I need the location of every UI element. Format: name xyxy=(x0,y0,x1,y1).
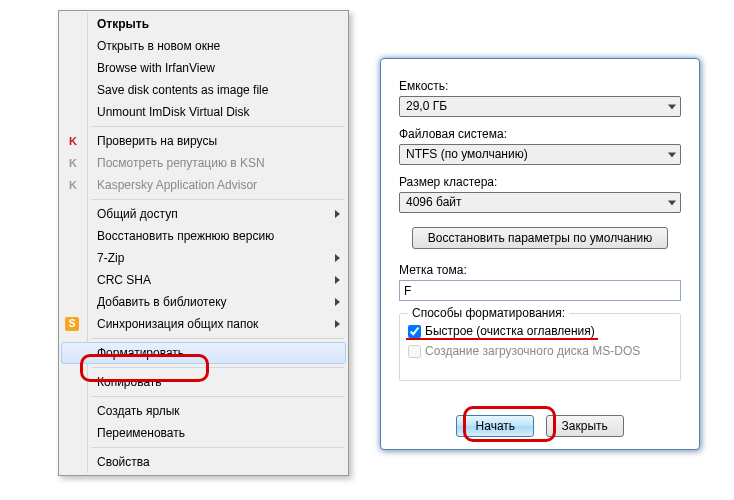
menu-item-label: 7-Zip xyxy=(97,251,124,265)
msdos-boot-option: Создание загрузочного диска MS-DOS xyxy=(408,342,672,360)
menu-separator xyxy=(91,338,344,339)
capacity-label: Емкость: xyxy=(399,79,681,93)
menu-item-format[interactable]: Форматировать... xyxy=(61,342,346,364)
context-menu: ОткрытьОткрыть в новом окнеBrowse with I… xyxy=(58,10,349,476)
menu-item[interactable]: Открыть в новом окне xyxy=(61,35,346,57)
menu-item-label: Восстановить прежнюю версию xyxy=(97,229,274,243)
menu-separator xyxy=(91,126,344,127)
filesystem-label: Файловая система: xyxy=(399,127,681,141)
chevron-right-icon xyxy=(335,298,340,306)
menu-item-label: Открыть в новом окне xyxy=(97,39,220,53)
msdos-boot-label: Создание загрузочного диска MS-DOS xyxy=(425,344,640,358)
menu-separator xyxy=(91,367,344,368)
menu-item-label: Добавить в библиотеку xyxy=(97,295,227,309)
menu-item[interactable]: 7-Zip xyxy=(61,247,346,269)
menu-item-label: Kaspersky Application Advisor xyxy=(97,178,257,192)
menu-item-label: Unmount ImDisk Virtual Disk xyxy=(97,105,249,119)
menu-item[interactable]: Добавить в библиотеку xyxy=(61,291,346,313)
chevron-right-icon xyxy=(335,276,340,284)
menu-item-label: Создать ярлык xyxy=(97,404,180,418)
format-dialog: Емкость: 29,0 ГБ Файловая система: NTFS … xyxy=(380,58,700,450)
quick-format-checkbox[interactable] xyxy=(408,325,421,338)
menu-separator xyxy=(91,199,344,200)
s-icon: S xyxy=(65,317,79,331)
format-options-legend: Способы форматирования: xyxy=(408,306,569,320)
close-button[interactable]: Закрыть xyxy=(546,415,624,437)
menu-item[interactable]: Копировать xyxy=(61,371,346,393)
menu-item[interactable]: SСинхронизация общих папок xyxy=(61,313,346,335)
chevron-down-icon xyxy=(668,104,676,109)
quick-format-label: Быстрое (очистка оглавления) xyxy=(425,324,595,338)
menu-item-label: Проверить на вирусы xyxy=(97,134,217,148)
kas2-icon: K xyxy=(65,177,81,193)
dialog-footer: Начать Закрыть xyxy=(381,415,699,437)
menu-item-label: Посмотреть репутацию в KSN xyxy=(97,156,265,170)
chevron-down-icon xyxy=(668,200,676,205)
format-options-group: Способы форматирования: Быстрое (очистка… xyxy=(399,313,681,381)
menu-separator xyxy=(91,396,344,397)
capacity-combobox[interactable]: 29,0 ГБ xyxy=(399,96,681,117)
start-button[interactable]: Начать xyxy=(456,415,534,437)
menu-item[interactable]: Unmount ImDisk Virtual Disk xyxy=(61,101,346,123)
cluster-label: Размер кластера: xyxy=(399,175,681,189)
cluster-combobox[interactable]: 4096 байт xyxy=(399,192,681,213)
menu-item-label: Открыть xyxy=(97,17,149,31)
kas2-icon: K xyxy=(65,155,81,171)
menu-item-label: Переименовать xyxy=(97,426,185,440)
menu-item: KПосмотреть репутацию в KSN xyxy=(61,152,346,174)
menu-item-label: Общий доступ xyxy=(97,207,178,221)
menu-item: KKaspersky Application Advisor xyxy=(61,174,346,196)
chevron-down-icon xyxy=(668,152,676,157)
filesystem-value: NTFS (по умолчанию) xyxy=(406,147,528,161)
menu-item-label: Save disk contents as image file xyxy=(97,83,268,97)
menu-item-label: Копировать xyxy=(97,375,162,389)
filesystem-combobox[interactable]: NTFS (по умолчанию) xyxy=(399,144,681,165)
cluster-value: 4096 байт xyxy=(406,195,462,209)
chevron-right-icon xyxy=(335,210,340,218)
menu-item-label: Синхронизация общих папок xyxy=(97,317,258,331)
menu-item[interactable]: Создать ярлык xyxy=(61,400,346,422)
menu-item-label: Свойства xyxy=(97,455,150,469)
menu-item[interactable]: CRC SHA xyxy=(61,269,346,291)
menu-item[interactable]: KПроверить на вирусы xyxy=(61,130,346,152)
restore-defaults-button[interactable]: Восстановить параметры по умолчанию xyxy=(412,227,668,249)
highlight-underline-quick xyxy=(406,338,598,340)
chevron-right-icon xyxy=(335,320,340,328)
menu-separator xyxy=(91,447,344,448)
menu-item-label: Browse with IrfanView xyxy=(97,61,215,75)
menu-item[interactable]: Save disk contents as image file xyxy=(61,79,346,101)
volume-label: Метка тома: xyxy=(399,263,681,277)
menu-item[interactable]: Открыть xyxy=(61,13,346,35)
volume-input[interactable] xyxy=(399,280,681,301)
capacity-value: 29,0 ГБ xyxy=(406,99,447,113)
menu-item-label: Форматировать... xyxy=(97,346,194,360)
menu-item[interactable]: Переименовать xyxy=(61,422,346,444)
menu-item[interactable]: Свойства xyxy=(61,451,346,473)
msdos-boot-checkbox xyxy=(408,345,421,358)
menu-item[interactable]: Browse with IrfanView xyxy=(61,57,346,79)
menu-item[interactable]: Общий доступ xyxy=(61,203,346,225)
kas-icon: K xyxy=(65,133,81,149)
menu-item-label: CRC SHA xyxy=(97,273,151,287)
menu-item[interactable]: Восстановить прежнюю версию xyxy=(61,225,346,247)
chevron-right-icon xyxy=(335,254,340,262)
